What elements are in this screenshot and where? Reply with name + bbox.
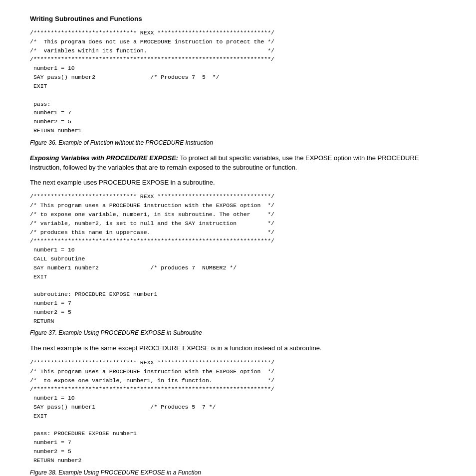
expose-paragraph: Exposing Variables with PROCEDURE EXPOSE… (30, 153, 446, 173)
expose-bold-label: Exposing Variables with PROCEDURE EXPOSE… (30, 154, 178, 162)
section-heading: Writing Subroutines and Functions (30, 15, 446, 22)
figure38-caption: Figure 38. Example Using PROCEDURE EXPOS… (30, 469, 446, 476)
next-example-text1: The next example uses PROCEDURE EXPOSE i… (30, 178, 446, 188)
code-block-figure36: /****************************** REXX ***… (30, 28, 446, 135)
code-block-figure37: /****************************** REXX ***… (30, 192, 446, 325)
next-example-text2: The next example is the same except PROC… (30, 343, 446, 353)
figure37-caption: Figure 37. Example Using PROCEDURE EXPOS… (30, 329, 446, 336)
code-block-figure38: /****************************** REXX ***… (30, 358, 446, 465)
figure36-caption: Figure 36. Example of Function without t… (30, 139, 446, 146)
